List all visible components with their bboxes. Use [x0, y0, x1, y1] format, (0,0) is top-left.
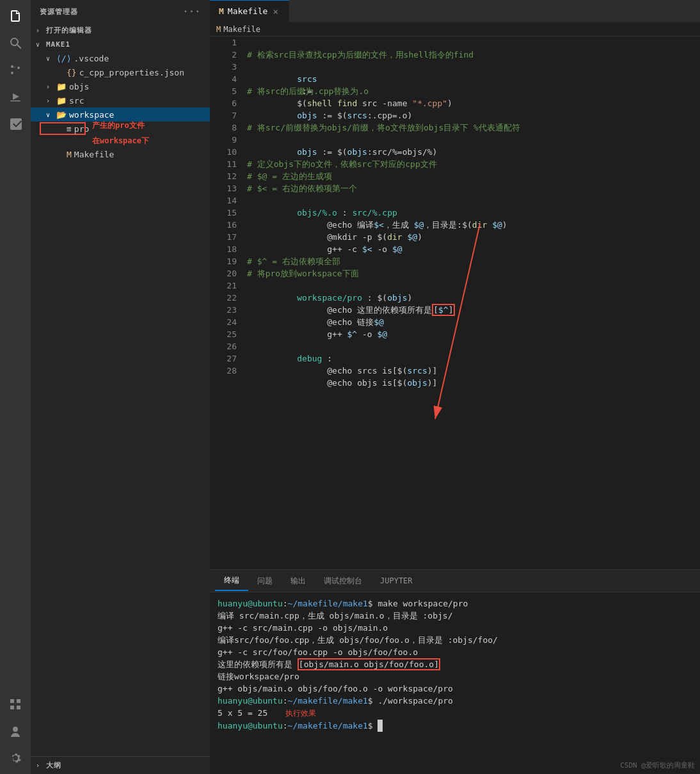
code-editor[interactable]: # 检索src目录查找cpp为后缀的文件，用shell指令的find srcs … [242, 36, 700, 569]
code-line-1 [247, 36, 700, 49]
settings-icon[interactable] [4, 747, 26, 769]
terminal-line-10: 5 x 5 = 25 执行效果 [218, 707, 692, 720]
tab-close-button[interactable]: × [271, 5, 279, 18]
src-label: src [69, 96, 210, 106]
main-area: M Makefile × M Makefile 1 2 3 4 5 6 7 8 … [210, 0, 700, 774]
code-line-14: objs/%.o : src/%.cpp [247, 194, 700, 207]
sidebar-title: 资源管理器 [40, 7, 78, 17]
outline-section[interactable]: › 大纲 [31, 756, 210, 774]
git-icon[interactable] [4, 59, 26, 81]
makefile-sidebar[interactable]: M Makefile [31, 147, 210, 161]
cpp-properties-label: c_cpp_properties.json [79, 68, 210, 77]
vscode-folder[interactable]: ∨ ⟨/⟩ .vscode [31, 51, 210, 65]
folder-icon-workspace: 📂 [56, 110, 67, 120]
blocks-icon[interactable] [4, 693, 26, 715]
vscode-label: .vscode [74, 54, 210, 63]
make1-label: MAKE1 [46, 40, 70, 49]
chevron-right-icon: › [36, 27, 46, 34]
chevron-right-icon-objs: › [46, 83, 56, 90]
svg-rect-3 [10, 100, 20, 102]
outline-label: 大纲 [46, 761, 61, 770]
run-icon[interactable] [4, 86, 26, 107]
code-line-2: # 检索src目录查找cpp为后缀的文件，用shell指令的find [247, 49, 700, 61]
chevron-right-outline: › [36, 762, 46, 769]
cpp-properties-file[interactable]: {} c_cpp_properties.json [31, 65, 210, 79]
tab-makefile-icon: M [219, 6, 224, 16]
tab-jupyter[interactable]: JUPYTER [371, 573, 422, 589]
code-line-22: @echo 这里的依赖项所有是[$^] [247, 292, 700, 304]
tab-bar: M Makefile × [210, 0, 700, 22]
terminal-line-2: 编译 src/main.cpp，生成 objs/main.o，目录是 :objs… [218, 610, 692, 622]
chevron-right-icon-src: › [46, 97, 56, 104]
svg-rect-7 [17, 706, 20, 709]
open-editors-section[interactable]: › 打开的编辑器 [31, 23, 210, 37]
code-line-12: # $@ = 左边的生成项 [247, 170, 700, 182]
code-line-5: # 将src的后缀为.cpp替换为.o [247, 85, 700, 97]
svg-point-1 [11, 72, 13, 74]
terminal-line-6: 这里的依赖项所有是 [objs/main.o objs/foo/foo.o] [218, 658, 692, 670]
extensions-icon[interactable] [4, 113, 26, 134]
tab-debug-console[interactable]: 调试控制台 [315, 572, 371, 590]
terminal-line-7: 链接workspace/pro [218, 670, 692, 683]
line-numbers: 1 2 3 4 5 6 7 8 9 10 11 12 13 14 15 16 1… [210, 36, 242, 569]
code-line-9: objs := $(objs:src/%=objs/%) [247, 134, 700, 146]
terminal-content[interactable]: huanyu@ubuntu:~/makefile/make1$ make wor… [210, 592, 700, 774]
make1-folder[interactable]: ∨ MAKE1 [31, 37, 210, 51]
makefile-label-sidebar: Makefile [74, 150, 210, 159]
annotation-pro1: 产生的pro文件 [92, 120, 145, 131]
folder-icon-objs: 📁 [56, 82, 67, 91]
breadcrumb-label: Makefile [223, 25, 260, 34]
terminal-panel: 终端 问题 输出 调试控制台 JUPYTER huanyu@ubuntu:~/m… [210, 569, 700, 774]
breadcrumb: M Makefile [210, 22, 700, 36]
svg-point-2 [17, 67, 20, 69]
svg-rect-4 [10, 699, 14, 703]
editor-scroll[interactable]: 1 2 3 4 5 6 7 8 9 10 11 12 13 14 15 16 1… [210, 36, 700, 569]
folder-icon-src: 📁 [56, 96, 67, 106]
objs-label: objs [69, 82, 210, 91]
user-icon[interactable] [4, 720, 26, 742]
terminal-line-8: g++ objs/main.o objs/foo/foo.o -o worksp… [218, 683, 692, 695]
workspace-folder[interactable]: ∨ 📂 workspace [31, 107, 210, 122]
workspace-label: workspace [69, 110, 210, 120]
chevron-down-icon: ∨ [36, 41, 46, 48]
tab-output[interactable]: 输出 [282, 572, 315, 590]
folder-icon: ⟨/⟩ [56, 54, 71, 63]
terminal-line-3: g++ -c src/main.cpp -o objs/main.o [218, 622, 692, 634]
search-icon[interactable] [4, 32, 26, 54]
execution-effect-label: 执行效果 [285, 709, 316, 718]
code-line-11: # 定义objs下的o文件，依赖src下对应的cpp文件 [247, 158, 700, 170]
pro-icon: ≡ [67, 124, 72, 134]
json-icon: {} [67, 68, 77, 77]
sidebar: 资源管理器 ··· › 打开的编辑器 ∨ MAKE1 ∨ ⟨/⟩ .vscode… [31, 0, 210, 774]
code-line-20: # 将pro放到workspace下面 [247, 267, 700, 280]
annotation-pro2: 在workspace下 [92, 136, 149, 146]
code-line-8: # 将src/前缀替换为objs/前缀，将o文件放到objs目录下 %代表通配符 [247, 122, 700, 134]
code-line-3: srcs := $(shell find src -name "*.cpp") [247, 61, 700, 73]
code-line-21: workspace/pro : $(objs) [247, 280, 700, 292]
makefile-icon: M [67, 150, 72, 159]
terminal-line-1: huanyu@ubuntu:~/makefile/make1$ make wor… [218, 597, 692, 610]
terminal-line-4: 编译src/foo/foo.cpp，生成 objs/foo/foo.o，目录是 … [218, 634, 692, 646]
activity-bar [0, 0, 31, 774]
editor-area: 1 2 3 4 5 6 7 8 9 10 11 12 13 14 15 16 1… [210, 36, 700, 569]
open-editors-label: 打开的编辑器 [46, 26, 210, 35]
sidebar-header: 资源管理器 ··· [31, 0, 210, 23]
more-icon[interactable]: ··· [183, 6, 201, 17]
code-line-13: # $< = 右边的依赖项第一个 [247, 182, 700, 194]
pro-file[interactable]: ≡ pro 产生的pro文件 [31, 122, 210, 136]
terminal-line-11: huanyu@ubuntu:~/makefile/make1$ [218, 720, 692, 732]
breadcrumb-icon: M [216, 25, 221, 34]
tab-terminal[interactable]: 终端 [215, 571, 248, 591]
sidebar-header-icons: ··· [183, 6, 201, 17]
chevron-down-icon-workspace: ∨ [46, 111, 56, 118]
makefile-tab[interactable]: M Makefile × [210, 0, 289, 22]
svg-rect-6 [10, 706, 14, 709]
files-icon[interactable] [4, 5, 26, 27]
objs-folder[interactable]: › 📁 objs [31, 79, 210, 93]
terminal-line-9: huanyu@ubuntu:~/makefile/make1$ ./worksp… [218, 695, 692, 707]
tab-problems[interactable]: 问题 [248, 572, 282, 590]
tab-makefile-label: Makefile [228, 6, 268, 16]
src-folder[interactable]: › 📁 src [31, 93, 210, 107]
file-tree: › 打开的编辑器 ∨ MAKE1 ∨ ⟨/⟩ .vscode {} c_cpp_… [31, 23, 210, 756]
terminal-tabs: 终端 问题 输出 调试控制台 JUPYTER [210, 570, 700, 592]
